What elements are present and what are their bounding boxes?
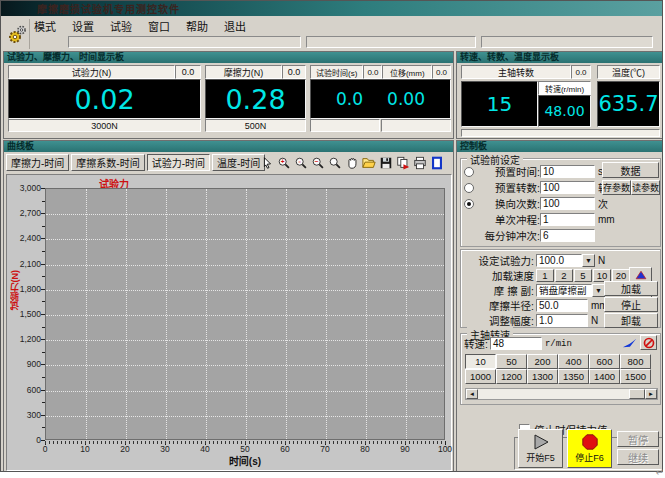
y-minor-tick [42,276,45,277]
save-params-button[interactable]: 存参数 [602,180,631,195]
preset-revs-field[interactable]: 100 [540,181,595,194]
speed-preset-1500-button[interactable]: 1500 [620,369,651,384]
resume-button[interactable]: 继续 [617,449,659,465]
zoom-in-icon[interactable]: + [276,155,292,170]
pretest-row-reversal-count: 换向次数:100次 [464,196,657,211]
scroll-thumb[interactable] [629,389,645,399]
curve-panel-header: 曲线板 [4,141,453,152]
x-tick-label: 0 [33,444,57,454]
spindle-stop-button[interactable] [640,335,657,350]
stop-button[interactable]: 停止F6 [567,429,612,468]
friction-pair-combo[interactable]: 销盘摩擦副 [536,284,592,297]
speed-preset-600-button[interactable]: 600 [589,354,620,369]
speed-preset-400-button[interactable]: 400 [558,354,589,369]
copy-icon[interactable] [395,155,411,170]
y-tick-mark [41,289,45,290]
load-speed-label: 加载速度 [464,268,534,283]
y-tick-label: 1,800 [7,284,41,294]
svg-text:▫: ▫ [299,158,301,165]
y-tick-label: 1,500 [7,309,41,319]
speed-scrollbar[interactable]: ◄ ► [465,388,658,400]
open-folder-icon[interactable] [361,155,377,170]
single-stroke-field[interactable]: 1 [540,213,595,226]
pan-hand-icon[interactable] [344,155,360,170]
preset-time-radio[interactable] [464,167,474,177]
zoom-box-icon[interactable]: ▫ [293,155,309,170]
speed-preset-1400-button[interactable]: 1400 [589,369,620,384]
menu-item-exit[interactable]: 退出 [223,18,247,34]
tab-temperature-time[interactable]: 温度-时间 [212,154,265,171]
preset-time-field[interactable]: 10 [540,165,595,178]
test-force-group: 试验力(N) 0.0 0.02 3000N [8,65,201,132]
menu-item-window[interactable]: 窗口 [147,18,171,34]
tab-friction-coef-time[interactable]: 摩擦系数-时间 [71,154,144,171]
speed-preset-1300-button[interactable]: 1300 [527,369,558,384]
display-panel-header: 试验力、摩擦力、时间显示板 [4,52,453,63]
menu-item-settings[interactable]: 设置 [71,18,95,34]
h-gridline [46,239,444,240]
read-params-button[interactable]: 读参数 [631,180,660,195]
load-speed-2-button[interactable]: 2 [555,269,573,282]
new-window-icon[interactable] [429,155,445,170]
zoom-fit-icon[interactable] [327,155,343,170]
y-minor-tick [42,201,45,202]
friction-force-display: 0.28 [205,79,306,119]
speed-preset-50-button[interactable]: 50 [496,354,527,369]
reversal-count-radio[interactable] [464,199,474,209]
x-tick-label: 70 [313,444,337,454]
stop-octagon-icon [581,433,599,451]
y-minor-tick [42,251,45,252]
cursor-icon[interactable] [259,155,275,170]
tab-force-time[interactable]: 试验力-时间 [147,154,210,171]
spindle-run-button[interactable] [621,335,638,350]
preset-revs-radio[interactable] [464,183,474,193]
speed-preset-800-button[interactable]: 800 [620,354,651,369]
svg-text:+: + [281,158,285,165]
test-force-label: 试验力(N) [8,65,175,79]
chart-plot-area[interactable] [45,188,445,440]
force-up-button[interactable] [629,267,652,282]
load-button[interactable]: 加载 [604,281,658,296]
adjust-unit: N [591,315,598,326]
scroll-left-icon[interactable]: ◄ [466,389,478,399]
revolutions-label: 主轴转数 [461,65,571,79]
radius-field[interactable]: 50.0 [536,299,588,312]
reversal-count-field[interactable]: 100 [540,197,595,210]
x-tick-label: 20 [113,444,137,454]
speed-preset-200-button[interactable]: 200 [527,354,558,369]
pause-button[interactable]: 暂停 [617,431,659,447]
unload-button[interactable]: 卸载 [604,313,658,328]
spindle-speed-field[interactable]: 48 [490,337,542,350]
menu-item-test[interactable]: 试验 [109,18,133,34]
strokes-per-minute-field[interactable]: 6 [540,229,595,242]
time-label: 试验时间(s) [310,65,363,79]
menu-item-help[interactable]: 帮助 [185,18,209,34]
save-icon[interactable] [378,155,394,170]
load-speed-1-button[interactable]: 1 [536,269,554,282]
scroll-right-icon[interactable]: ► [645,389,657,399]
speed-preset-10-button[interactable]: 10 [465,354,496,369]
speed-preset-1000-button[interactable]: 1000 [465,369,496,384]
speed-preset-1200-button[interactable]: 1200 [496,369,527,384]
v-gridline [326,189,327,439]
menu-item-mode[interactable]: 模式 [33,18,57,34]
data-button[interactable]: 数据 [602,162,659,178]
h-gridline [46,340,444,341]
adjust-field[interactable]: 1.0 [536,314,588,327]
window-title: 摩擦磨损试验机专用测控软件 [37,1,180,16]
set-force-combo-arrow-icon[interactable]: ▼ [582,254,595,267]
speed-preset-1350-button[interactable]: 1350 [558,369,589,384]
force-stop-button[interactable]: 停止 [604,297,658,312]
start-button[interactable]: 开始F5 [518,429,563,468]
tab-friction-time[interactable]: 摩擦力-时间 [6,154,69,171]
y-tick-mark [41,415,45,416]
load-speed-5-button[interactable]: 5 [574,269,592,282]
set-force-combo[interactable]: 100.0 [536,254,582,267]
y-tick-label: 3,000 [7,183,41,193]
time-peak: 0.0 [363,65,382,79]
print-icon[interactable] [412,155,428,170]
x-tick-label: 80 [353,444,377,454]
zoom-out-icon[interactable]: − [310,155,326,170]
y-tick-mark [41,264,45,265]
y-minor-tick [42,226,45,227]
